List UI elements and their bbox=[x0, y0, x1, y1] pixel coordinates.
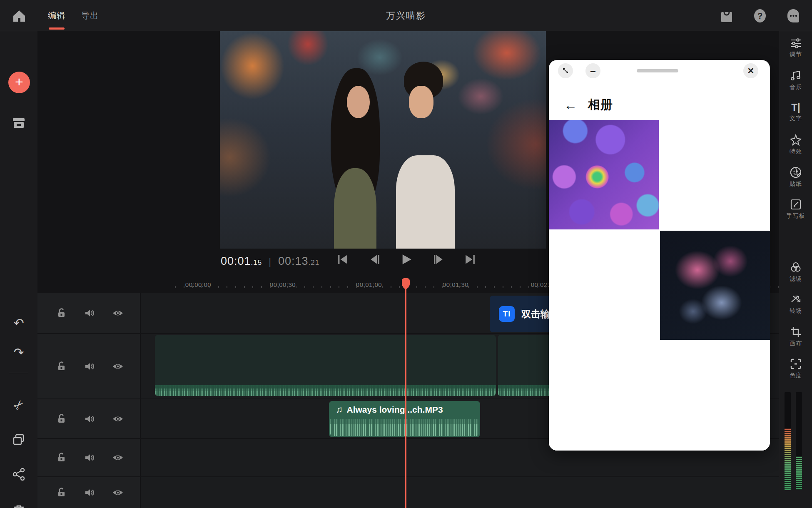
back-arrow-button[interactable]: ← bbox=[564, 98, 577, 112]
preview-person-man-face bbox=[409, 86, 433, 118]
album-photo-woman-red-wall[interactable] bbox=[549, 231, 659, 340]
album-photo-rainbow-bubbles[interactable] bbox=[549, 120, 659, 229]
tool-effects[interactable]: 特效 bbox=[779, 134, 812, 155]
album-photo-flamingo-float[interactable] bbox=[549, 341, 659, 451]
tool-music[interactable]: 音乐 bbox=[779, 70, 812, 91]
redo-button[interactable]: ↷ bbox=[0, 345, 37, 360]
track-head bbox=[37, 477, 141, 508]
tool-label: 调节 bbox=[779, 51, 812, 58]
tool-text[interactable]: T| 文字 bbox=[779, 102, 812, 122]
adjust-sliders-icon bbox=[790, 38, 802, 49]
current-time: 00:01 bbox=[221, 255, 251, 267]
album-photo-couple-selected[interactable] bbox=[660, 341, 770, 451]
visibility-eye-icon[interactable] bbox=[112, 307, 124, 319]
volume-icon[interactable] bbox=[84, 361, 95, 372]
track-head-4 bbox=[37, 439, 142, 476]
video-clip-graffiti[interactable] bbox=[498, 335, 554, 396]
text-clip[interactable]: TI 双击输 bbox=[490, 296, 555, 332]
visibility-eye-icon[interactable] bbox=[112, 361, 124, 372]
track-head bbox=[37, 399, 141, 438]
duplicate-button[interactable] bbox=[0, 433, 37, 446]
delete-button[interactable] bbox=[0, 504, 37, 508]
volume-icon[interactable] bbox=[84, 487, 95, 498]
feedback-button[interactable] bbox=[786, 9, 800, 23]
help-button[interactable]: ? bbox=[753, 9, 767, 23]
lock-open-icon[interactable] bbox=[55, 413, 67, 425]
tool-transitions[interactable]: 转场 bbox=[779, 294, 812, 315]
share-button[interactable] bbox=[0, 468, 37, 481]
video-thumbnail bbox=[155, 335, 240, 385]
handwriting-pad-icon bbox=[790, 199, 802, 210]
visibility-eye-icon[interactable] bbox=[112, 452, 124, 463]
panel-close-button[interactable]: ✕ bbox=[743, 63, 758, 78]
panel-drag-handle[interactable] bbox=[637, 69, 678, 72]
album-photo-grid bbox=[549, 120, 770, 451]
visibility-eye-icon[interactable] bbox=[112, 487, 124, 498]
lock-open-icon[interactable] bbox=[55, 452, 67, 463]
previous-frame-button[interactable] bbox=[368, 252, 382, 266]
tool-stickers[interactable]: 贴纸 bbox=[779, 167, 812, 188]
previous-frame-icon bbox=[369, 254, 380, 265]
svg-text:?: ? bbox=[757, 11, 762, 20]
audio-clip-waveform bbox=[330, 417, 479, 436]
audio-clip[interactable]: ♫Always loving ..ch.MP3 bbox=[329, 401, 480, 437]
skip-to-end-button[interactable] bbox=[463, 252, 477, 266]
music-note-icon bbox=[790, 70, 802, 82]
video-clip-thumbnails bbox=[498, 335, 554, 385]
next-frame-button[interactable] bbox=[431, 252, 446, 266]
duplicate-icon bbox=[12, 433, 25, 446]
tool-label: 色度 bbox=[779, 372, 812, 379]
tool-canvas[interactable]: 画布 bbox=[779, 326, 812, 347]
store-bag-button[interactable] bbox=[720, 9, 734, 23]
help-icon: ? bbox=[753, 9, 767, 23]
feedback-chat-icon bbox=[787, 9, 800, 23]
panel-title-row: ← 相册 bbox=[564, 97, 613, 113]
tool-label: 画布 bbox=[779, 340, 812, 347]
album-photo-man-graffiti-wall[interactable] bbox=[660, 120, 770, 229]
volume-icon[interactable] bbox=[84, 307, 95, 319]
audio-level-fill bbox=[785, 428, 791, 490]
undo-button[interactable]: ↶ bbox=[0, 316, 37, 330]
volume-icon[interactable] bbox=[84, 452, 95, 463]
chroma-frame-icon bbox=[790, 358, 802, 370]
visibility-eye-icon[interactable] bbox=[112, 413, 124, 425]
topbar-right-icons: ? bbox=[720, 0, 812, 31]
play-button[interactable] bbox=[399, 252, 413, 266]
tool-chroma[interactable]: 色度 bbox=[779, 358, 812, 379]
video-preview[interactable] bbox=[220, 31, 546, 249]
store-bag-icon bbox=[720, 9, 733, 22]
album-photo-pink-blue-ink[interactable] bbox=[660, 231, 770, 340]
panel-minimize-button[interactable]: – bbox=[585, 63, 600, 78]
add-media-button[interactable]: + bbox=[8, 72, 30, 93]
preview-person-woman-top bbox=[334, 168, 376, 249]
album-panel: – ✕ ← 相册 bbox=[549, 60, 770, 451]
tool-adjust[interactable]: 调节 bbox=[779, 38, 812, 58]
transition-arrows-icon bbox=[790, 294, 802, 305]
media-library-button[interactable] bbox=[0, 115, 37, 130]
lock-open-icon[interactable] bbox=[55, 307, 67, 319]
track-row-5[interactable] bbox=[37, 477, 779, 508]
volume-icon[interactable] bbox=[84, 413, 95, 425]
skip-to-end-icon bbox=[465, 254, 476, 265]
split-scissors-button[interactable]: ✂ bbox=[0, 386, 37, 423]
track-head bbox=[37, 334, 141, 398]
video-clip-night-market[interactable] bbox=[155, 335, 496, 396]
panel-resize-icon bbox=[562, 67, 569, 75]
total-frames: 21 bbox=[311, 259, 319, 266]
tool-filters[interactable]: 滤镜 bbox=[779, 261, 812, 283]
skip-to-start-button[interactable] bbox=[336, 252, 350, 266]
current-frames: 15 bbox=[253, 259, 262, 266]
right-toolbar: 调节 音乐 T| 文字 特效 贴 bbox=[779, 31, 812, 508]
lock-open-icon[interactable] bbox=[55, 361, 67, 372]
tool-label: 手写板 bbox=[779, 212, 812, 220]
play-icon bbox=[401, 254, 412, 265]
sticker-smiley-icon bbox=[790, 167, 802, 178]
tool-handwriting[interactable]: 手写板 bbox=[779, 199, 812, 220]
panel-resize-button[interactable] bbox=[558, 63, 573, 78]
next-frame-icon bbox=[433, 254, 444, 265]
playhead-line[interactable] bbox=[405, 281, 406, 508]
track-head bbox=[37, 293, 141, 333]
app-title: 万兴喵影 bbox=[0, 0, 812, 31]
preview-person-woman-face bbox=[347, 86, 370, 118]
lock-open-icon[interactable] bbox=[55, 487, 67, 498]
